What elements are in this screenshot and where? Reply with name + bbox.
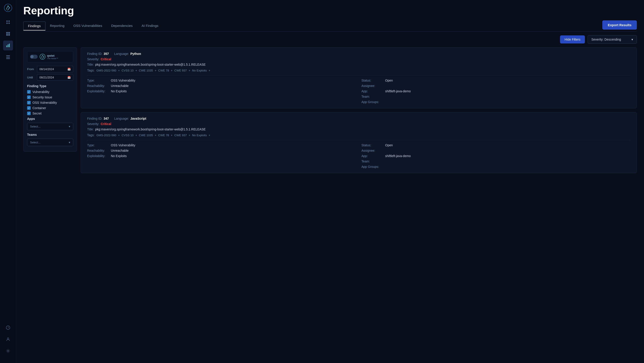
sidebar-item-user[interactable]	[3, 334, 13, 344]
finding-header-2: Finding ID: 347 Language: JavaScript	[87, 117, 630, 120]
title-row-1: Title: pkg:maven/org.springframework.boo…	[87, 63, 630, 66]
tag-2-4: CWE 937	[174, 134, 187, 137]
until-date-input[interactable]: 08/21/2024 📅	[37, 74, 73, 81]
apps-select[interactable]: Select... ▾	[27, 123, 73, 130]
sidebar-item-dashboard[interactable]	[3, 17, 13, 27]
finding-id-field-1: Finding ID: 357	[87, 52, 109, 56]
header: Reporting Findings Reporting OSS Vulnera…	[16, 0, 644, 32]
app-1: shiftleft-java-demo	[385, 89, 411, 93]
svg-rect-13	[6, 57, 10, 57]
tab-reporting[interactable]: Reporting	[46, 22, 69, 31]
finding-header-1: Finding ID: 357 Language: Python	[87, 52, 630, 56]
svg-point-17	[7, 338, 9, 339]
teams-select[interactable]: Select... ▾	[27, 139, 73, 146]
security-issue-checkbox[interactable]: ✓	[27, 96, 31, 99]
secret-label: Secret	[32, 112, 42, 115]
company-toggle[interactable]	[30, 55, 38, 59]
team-row-2: Team:	[362, 160, 630, 163]
exploitability-2: No Exploits	[111, 154, 127, 158]
assignee-row-1: Assignee:	[362, 84, 630, 88]
finding-id-2: 347	[104, 117, 109, 120]
tab-ai-findings[interactable]: AI Findings	[137, 22, 163, 31]
chevron-down-icon: ▾	[632, 38, 633, 41]
sidebar-item-reporting[interactable]	[3, 41, 13, 51]
sidebar-item-apps[interactable]	[3, 29, 13, 39]
from-date-input[interactable]: 08/14/2024 📅	[37, 66, 73, 72]
svg-text:?: ?	[8, 326, 9, 329]
oss-vulnerability-label: OSS Vulnerability	[32, 101, 57, 104]
toggle-knob	[30, 55, 34, 58]
findings-list: Finding ID: 357 Language: Python Severit…	[80, 47, 637, 356]
app-groups-row-2: App Groups:	[362, 165, 630, 169]
type-1: OSS Vulnerability	[111, 79, 135, 82]
hide-filters-button[interactable]: Hide Filters	[560, 36, 585, 44]
severity-field-2: Severity: Critical	[87, 122, 630, 126]
sidebar-nav	[3, 17, 13, 323]
app-2: shiftleft-java-demo	[385, 154, 411, 158]
finding-card-357[interactable]: Finding ID: 357 Language: Python Severit…	[80, 47, 637, 109]
checkbox-container: ✓ Container	[27, 106, 73, 110]
sidebar-bottom: ?	[3, 323, 13, 359]
sort-dropdown[interactable]: Severity: Descending ▾	[588, 35, 637, 44]
security-issue-label: Security Issue	[32, 96, 52, 99]
language-1: Python	[130, 52, 141, 56]
finding-card-347[interactable]: Finding ID: 347 Language: JavaScript Sev…	[80, 112, 637, 173]
teams-section: Teams Select... ▾	[27, 133, 73, 146]
status-1: Open	[385, 79, 393, 82]
company-name: qwiet The Noise™	[47, 54, 58, 60]
vulnerability-checkbox[interactable]: ✓	[27, 90, 31, 94]
details-grid-1: Type: OSS Vulnerability Status: Open Rea…	[87, 79, 630, 104]
title-2: pkg:maven/org.springframework.boot/sprin…	[95, 128, 206, 131]
reachability-row-1: Reachability: Unreachable	[87, 84, 356, 88]
apps-title: Apps	[27, 117, 73, 121]
assignee-row-2: Assignee:	[362, 149, 630, 152]
finding-type-section: Finding Type ✓ Vulnerability ✓ Security …	[27, 84, 73, 115]
svg-rect-7	[6, 34, 8, 36]
vulnerability-label: Vulnerability	[32, 90, 50, 94]
tab-dependencies[interactable]: Dependencies	[106, 22, 137, 31]
teams-chevron-icon: ▾	[69, 141, 70, 144]
page-title: Reporting	[23, 5, 637, 17]
tag-2-1: CVSS 10	[122, 134, 134, 137]
filters-panel: qwiet The Noise™ From 08/14/2024 📅 Until	[23, 47, 77, 152]
tab-oss-vulnerabilities[interactable]: OSS Vulnerabilities	[69, 22, 107, 31]
svg-rect-4	[8, 23, 10, 24]
tags-row-1: Tags: GMS-2022-560 + CVSS 10 + CWE 1035 …	[87, 69, 630, 72]
tag-1-0: GMS-2022-560	[96, 69, 116, 72]
apps-placeholder: Select...	[30, 125, 40, 128]
severity-field-1: Severity: Critical	[87, 57, 630, 61]
tag-1-1: CVSS 10	[122, 69, 134, 72]
tag-1-2: CWE 1035	[139, 69, 153, 72]
tab-findings[interactable]: Findings	[23, 22, 46, 31]
oss-vulnerability-checkbox[interactable]: ✓	[27, 101, 31, 104]
exploitability-row-2: Exploitability: No Exploits	[87, 154, 356, 158]
main-content: Reporting Findings Reporting OSS Vulnera…	[16, 0, 644, 363]
svg-rect-5	[6, 32, 8, 34]
type-row-2: Type: OSS Vulnerability	[87, 143, 356, 147]
sidebar-item-table[interactable]	[3, 52, 13, 62]
tag-2-3: CWE 78	[158, 134, 169, 137]
team-row-1: Team:	[362, 95, 630, 98]
tag-2-2: CWE 1035	[139, 134, 153, 137]
export-results-button[interactable]: Export Results	[602, 21, 637, 30]
filter-logo-row: qwiet The Noise™	[27, 51, 73, 62]
secret-checkbox[interactable]: ✓	[27, 112, 31, 115]
app-row-1: App: shiftleft-java-demo	[362, 89, 630, 93]
severity-2: Critical	[100, 122, 111, 126]
body-layout: qwiet The Noise™ From 08/14/2024 📅 Until	[16, 47, 644, 363]
app-row-2: App: shiftleft-java-demo	[362, 154, 630, 158]
svg-rect-6	[8, 32, 10, 34]
container-checkbox[interactable]: ✓	[27, 106, 31, 110]
toolbar: Hide Filters Severity: Descending ▾	[16, 32, 644, 47]
teams-placeholder: Select...	[30, 141, 40, 144]
checkbox-oss-vulnerability: ✓ OSS Vulnerability	[27, 101, 73, 104]
logo	[4, 4, 12, 13]
company-logo-area: qwiet The Noise™	[40, 54, 58, 60]
status-row-1: Status: Open	[362, 79, 630, 82]
until-date-value: 08/21/2024	[40, 76, 54, 79]
sidebar-item-settings[interactable]	[3, 346, 13, 356]
tag-1-4: CWE 937	[174, 69, 187, 72]
title-1: pkg:maven/org.springframework.boot/sprin…	[95, 63, 206, 66]
svg-rect-2	[8, 21, 10, 22]
sidebar-item-help[interactable]: ?	[3, 323, 13, 332]
